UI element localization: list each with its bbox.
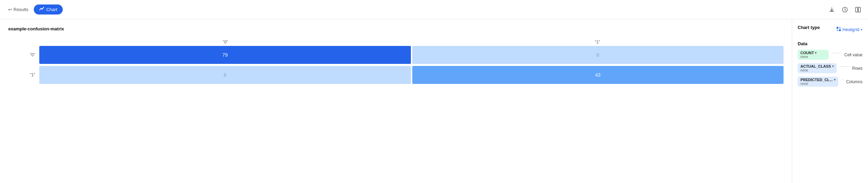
predicted-chip-bottom: none	[800, 82, 808, 86]
count-chip-bottom: none	[800, 55, 808, 59]
svg-rect-2	[858, 7, 860, 12]
chart-area: example-confusion-matrix "0" "1" "0" 79 …	[0, 19, 792, 183]
actual-class-chevron-icon: ▾	[832, 65, 834, 68]
svg-rect-6	[839, 29, 841, 31]
svg-rect-3	[837, 27, 838, 29]
actual-class-chip-top: ACTUAL_CLASS ▾	[800, 64, 834, 68]
data-row-actual: ACTUAL_CLASS ▾ none Rows	[798, 63, 862, 73]
results-label: Results	[13, 7, 28, 12]
actual-class-label: ACTUAL_CLASS	[800, 64, 831, 68]
chart-type-row: Chart type Heatgrid ▾	[798, 25, 862, 34]
cell-value-label: Cell value	[844, 52, 862, 57]
count-chip[interactable]: COUNT ▾ none	[798, 50, 829, 60]
row-label-0: "0"	[22, 52, 39, 57]
matrix-cells-1: 8 43	[39, 66, 784, 84]
data-row-count: COUNT ▾ none Cell value	[798, 50, 862, 60]
actual-class-chip[interactable]: ACTUAL_CLASS ▾ none	[798, 63, 837, 73]
matrix-cells-0: 79 8	[39, 46, 784, 64]
right-panel: Chart type Heatgrid ▾ Data	[792, 19, 868, 183]
toolbar: ↩ Results Chart	[0, 0, 868, 19]
heatgrid-chevron-icon: ▾	[861, 28, 862, 31]
matrix-row-1: "1" 8 43	[22, 66, 784, 84]
actual-divider	[839, 66, 849, 67]
count-chevron-icon: ▾	[815, 51, 817, 55]
chart-button[interactable]: Chart	[34, 4, 63, 15]
history-button[interactable]	[840, 5, 849, 14]
count-divider	[831, 53, 841, 53]
cell-0-1: 8	[412, 46, 784, 64]
return-icon: ↩	[8, 7, 12, 12]
columns-label: Columns	[846, 79, 862, 84]
confusion-matrix: "0" "1" "0" 79 8 "1" 8 43	[22, 40, 784, 86]
heatgrid-icon	[836, 27, 841, 32]
predicted-chevron-icon: ▾	[834, 78, 836, 81]
chart-title: example-confusion-matrix	[8, 26, 784, 31]
svg-rect-1	[856, 7, 858, 12]
toolbar-right	[827, 5, 862, 14]
cell-1-1: 43	[412, 66, 784, 84]
heatgrid-label: Heatgrid	[842, 27, 859, 32]
layout-button[interactable]	[854, 5, 862, 14]
chart-label: Chart	[46, 7, 57, 12]
row-label-1: "1"	[22, 73, 39, 77]
main-layout: example-confusion-matrix "0" "1" "0" 79 …	[0, 19, 868, 183]
count-chip-top: COUNT ▾	[800, 51, 817, 55]
rows-label: Rows	[852, 66, 862, 71]
cell-1-0: 8	[39, 66, 411, 84]
col-header-0: "0"	[39, 40, 412, 45]
matrix-row-0: "0" 79 8	[22, 46, 784, 64]
predicted-label: PREDICTED_CL...	[800, 78, 833, 82]
count-label: COUNT	[800, 51, 814, 55]
predicted-divider	[841, 80, 844, 80]
data-section-title: Data	[798, 41, 862, 46]
column-headers: "0" "1"	[39, 40, 784, 45]
results-button[interactable]: ↩ Results	[6, 6, 31, 13]
predicted-chip-top: PREDICTED_CL... ▾	[800, 78, 836, 82]
toolbar-left: ↩ Results Chart	[6, 4, 63, 15]
chart-trend-icon	[39, 7, 44, 12]
data-row-predicted: PREDICTED_CL... ▾ none Columns	[798, 77, 862, 87]
chart-type-label: Chart type	[798, 25, 820, 30]
download-button[interactable]	[827, 5, 836, 14]
predicted-chip[interactable]: PREDICTED_CL... ▾ none	[798, 77, 838, 87]
cell-0-0: 79	[39, 46, 411, 64]
svg-rect-4	[839, 27, 841, 29]
heatgrid-button[interactable]: Heatgrid ▾	[836, 27, 862, 32]
actual-class-chip-bottom: none	[800, 68, 808, 72]
col-header-1: "1"	[412, 40, 784, 45]
svg-rect-5	[837, 29, 838, 31]
